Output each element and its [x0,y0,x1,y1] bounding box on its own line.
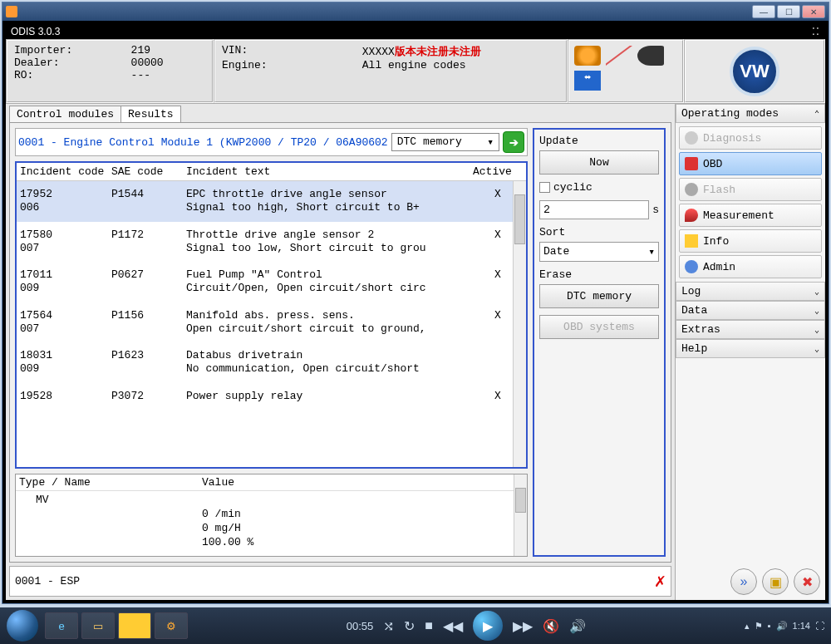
obd-button[interactable]: OBD [679,152,822,175]
vin-label: VIN: [222,44,346,59]
stop-icon[interactable]: ■ [425,618,433,633]
player-titlebar: ― ☐ ✕ [2,2,829,21]
table-row[interactable]: 17580 007 P1172 Throttle drive angle sen… [17,222,526,263]
connection-icons: ⬌ [568,39,684,103]
flash-icon [685,183,698,196]
status-bar: 0001 - ESP ✗ [9,566,671,597]
no-tool-icon [606,46,632,66]
col-incident-code[interactable]: Incident code [20,165,111,178]
windows-taskbar[interactable]: e ▭ ⚙ 00:55 ⤭ ↻ ■ ◀◀ ▶ ▶▶ 🔇 🔊 ▴ ⚑ ▪ 🔊 1:… [0,607,831,644]
value-cell: 0 mg/H [202,522,524,534]
gear-icon [685,260,698,273]
vin-warning: 版本未注册未注册 [395,46,481,58]
dealer-label: Dealer: [14,57,115,69]
forward-button[interactable]: » [730,568,757,595]
table-row[interactable]: 19528 P3072 Power supply relay X [17,383,526,410]
vehicle-info-panel: VIN: XXXXX版本未注册未注册 Engine: All engine co… [214,39,568,103]
col-sae-code[interactable]: SAE code [111,165,186,178]
cyclic-unit: s [652,204,659,216]
importer-value: 219 [131,44,205,57]
value-cell: 100.00 % [202,536,524,548]
tab-control-modules[interactable]: Control modules [9,106,121,123]
admin-button[interactable]: Admin [679,255,822,278]
data-section[interactable]: Data⌄ [676,301,825,320]
dealer-value: 00000 [131,57,205,69]
cyclic-checkbox[interactable] [539,182,550,193]
car-icon [574,46,601,66]
table-row[interactable]: 17011 009 P0627 Fuel Pump "A" Control Ci… [17,262,526,302]
cyclic-label: cyclic [553,181,593,194]
mute-icon[interactable]: 🔇 [543,618,559,634]
info-button[interactable]: Info [679,229,822,253]
erase-label: Erase [539,268,659,281]
value-table: Type / Name Value MV 0 /min 0 mg/H 100.0… [15,474,528,557]
maximize-button[interactable]: ☐ [777,5,800,18]
operating-modes-header[interactable]: Operating modes⌃ [676,104,825,123]
execute-button[interactable]: ➔ [503,131,524,153]
log-section[interactable]: Log⌄ [676,282,825,301]
col-type-name[interactable]: Type / Name [19,476,202,489]
tray-flag-icon[interactable]: ⚑ [755,621,763,632]
player-content: ODIS 3.0.3 ⁚⁚ Importer: 219 Dealer: 0000… [2,21,829,603]
module-selector-row: 0001 - Engine Control Module 1 (KWP2000 … [15,128,528,156]
col-incident-text[interactable]: Incident text [186,165,473,178]
tray-up-icon[interactable]: ▴ [745,621,750,632]
status-text: 0001 - ESP [15,575,80,587]
side-panel: Operating modes⌃ Diagnosis OBD Flash Mea… [676,104,825,600]
tray-fullscreen-icon[interactable]: ⛶ [815,621,824,631]
close-button[interactable]: ✕ [802,5,825,18]
ro-label: RO: [14,69,115,81]
tab-content: 0001 - Engine Control Module 1 (KWP2000 … [9,122,671,563]
value-scrollbar[interactable] [514,474,527,556]
ie-taskbar-icon[interactable]: e [45,612,78,639]
now-button[interactable]: Now [539,150,659,175]
shuffle-icon[interactable]: ⤭ [383,618,394,634]
erase-dtc-button[interactable]: DTC memory [539,284,659,308]
update-label: Update [539,135,659,147]
flash-button[interactable]: Flash [679,178,822,201]
extras-section[interactable]: Extras⌄ [676,320,825,339]
system-tray[interactable]: ▴ ⚑ ▪ 🔊 1:14 ⛶ [745,621,824,632]
volume-icon[interactable]: 🔊 [569,618,586,634]
odis-taskbar-icon[interactable]: ⚙ [155,612,188,639]
media-player-controls: 00:55 ⤭ ↻ ■ ◀◀ ▶ ▶▶ 🔇 🔊 [347,611,586,641]
value-type: MV [19,494,202,506]
gauge-icon [685,209,698,222]
prev-icon[interactable]: ◀◀ [443,618,463,634]
key-icon [637,46,664,66]
tab-results[interactable]: Results [120,106,181,123]
start-button[interactable] [7,610,38,642]
next-icon[interactable]: ▶▶ [513,618,533,634]
explorer-taskbar-icon[interactable]: ▭ [81,612,115,639]
table-row[interactable]: 17564 007 P1156 Manifold abs. press. sen… [17,302,526,343]
module-label: 0001 - Engine Control Module 1 (KWP2000 … [18,136,388,149]
obd-systems-button[interactable]: OBD systems [539,315,659,339]
status-close-icon[interactable]: ✗ [655,570,666,592]
tray-time[interactable]: 1:14 [793,621,810,631]
screenshot-button[interactable]: ▣ [762,568,789,595]
table-row[interactable]: 18031 009 P1623 Databus drivetrain No co… [17,342,526,383]
cancel-button[interactable]: ✖ [794,568,820,595]
sort-dropdown[interactable]: Date▾ [539,242,659,262]
diagnosis-button[interactable]: Diagnosis [679,126,822,150]
play-button[interactable]: ▶ [473,611,503,641]
app-menu-icon[interactable]: ⁚⁚ [812,26,820,37]
app-taskbar-icon[interactable] [118,612,151,639]
vw-logo-icon: VW [730,47,779,96]
dtc-body[interactable]: 17952 006 P1544 EPC throttle drive angle… [17,181,526,467]
repeat-icon[interactable]: ↻ [404,618,415,634]
help-section[interactable]: Help⌄ [676,339,825,358]
cyclic-input[interactable] [539,200,649,219]
tray-volume-icon[interactable]: 🔊 [776,621,788,632]
col-value[interactable]: Value [202,476,524,489]
app-titlebar: ODIS 3.0.3 ⁚⁚ [6,24,825,39]
measurement-button[interactable]: Measurement [679,204,822,227]
dealer-info-panel: Importer: 219 Dealer: 00000 RO: --- [6,39,214,103]
function-dropdown[interactable]: DTC memory▾ [391,133,499,151]
table-row[interactable]: 17952 006 P1544 EPC throttle drive angle… [17,181,526,222]
player-icon [6,6,17,17]
tray-network-icon[interactable]: ▪ [768,621,771,631]
col-active[interactable]: Active [473,165,523,178]
dtc-scrollbar[interactable] [513,181,526,467]
minimize-button[interactable]: ― [752,5,775,18]
